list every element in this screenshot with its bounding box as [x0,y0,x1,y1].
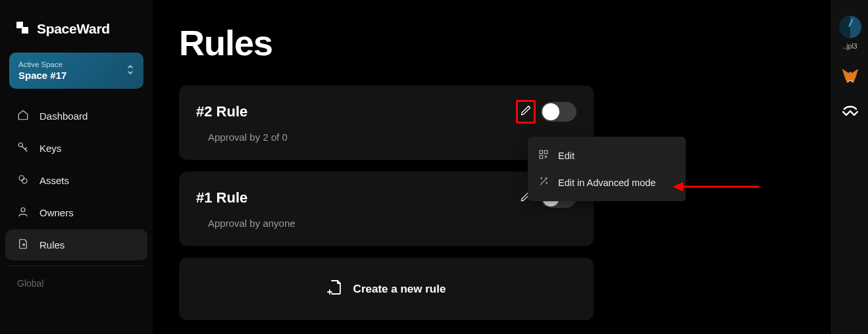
user-icon [17,206,29,220]
svg-point-6 [21,208,25,212]
sidebar-item-label: Owners [39,207,74,218]
walletconnect-icon [842,105,858,118]
chevron-up-down-icon [126,64,134,78]
coins-icon [17,174,29,187]
layout-icon [538,149,549,162]
sidebar: SpaceWard Active Space Space #17 Dashboa… [0,0,153,334]
dropdown-item-edit-advanced[interactable]: Edit in Advanced mode [528,169,686,196]
wallet-metamask-button[interactable] [842,68,859,87]
sidebar-nav: Dashboard Keys Assets [5,101,147,260]
sidebar-section-global: Global [5,275,147,291]
rule-title: #2 Rule [196,103,247,120]
file-plus-icon [327,279,343,299]
rules-list: #2 Rule Approval by 2 of 0 [179,85,594,320]
svg-rect-8 [544,151,548,154]
sidebar-item-label: Assets [39,175,69,186]
main: Rules #2 Rule [153,0,831,334]
dropdown-item-label: Edit in Advanced mode [558,178,655,188]
annotation-arrow-icon [673,180,761,196]
avatar-icon [839,16,861,38]
edit-dropdown: Edit Edit in Advanced mode [528,137,686,201]
rule-toggle[interactable] [541,102,576,122]
home-icon [17,109,29,123]
divider [8,266,145,266]
brand-title: SpaceWard [37,21,110,37]
edit-rule-button[interactable] [516,100,536,124]
rule-subtitle: Approval by 2 of 0 [196,131,576,143]
sidebar-item-keys[interactable]: Keys [5,133,147,164]
svg-marker-11 [673,182,683,191]
document-icon [17,238,29,252]
space-selector-name: Space #17 [18,70,66,81]
sidebar-item-dashboard[interactable]: Dashboard [5,101,147,131]
toggle-knob [542,103,559,120]
dropdown-item-edit[interactable]: Edit [528,142,686,169]
space-selector[interactable]: Active Space Space #17 [9,53,143,89]
rule-title: #1 Rule [196,189,247,206]
svg-point-5 [22,179,28,184]
wand-icon [538,176,549,189]
svg-point-4 [19,176,24,181]
svg-rect-7 [540,151,543,154]
rail-user-label: ..jpl3 [842,42,857,50]
sidebar-item-assets[interactable]: Assets [5,165,147,196]
rail-user[interactable]: ..jpl3 [839,16,861,50]
right-rail: ..jpl3 [831,0,868,334]
page-title: Rules [179,22,805,63]
pencil-icon [519,104,532,120]
dropdown-item-label: Edit [558,151,574,161]
sidebar-item-rules[interactable]: Rules [5,229,147,260]
fox-icon [842,75,859,86]
brand-logo-icon [14,20,30,38]
sidebar-item-label: Dashboard [39,110,88,122]
space-selector-label: Active Space [18,60,66,68]
brand: SpaceWard [5,8,147,53]
sidebar-item-label: Keys [39,143,61,154]
sidebar-item-label: Rules [39,239,64,251]
rule-subtitle: Approval by anyone [196,218,576,229]
wallet-connect-button[interactable] [842,105,858,118]
svg-rect-9 [540,155,543,158]
sidebar-item-owners[interactable]: Owners [5,197,147,228]
create-rule-button[interactable]: Create a new rule [179,258,594,320]
key-icon [17,141,29,155]
create-rule-label: Create a new rule [353,283,446,296]
